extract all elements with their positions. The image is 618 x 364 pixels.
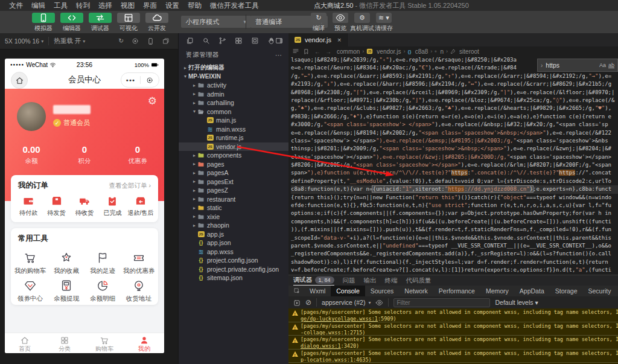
code-area[interactable]: lsaquo;|&#8249;|&#x2039;/g,"‹"),e=e.repl… (288, 56, 618, 275)
tool-我的优惠券[interactable]: 我的优惠券 (121, 251, 157, 275)
tree-item-admin[interactable]: ▸admin (179, 90, 289, 99)
menu-item-转到[interactable]: 转到 (72, 0, 94, 11)
device-zoom-select[interactable]: 5X 100% 16 ▾ (0, 37, 48, 45)
toolbar-button-编辑器[interactable]: 编辑器 (59, 13, 85, 33)
execution-context-select[interactable]: appservice (#2) ▾ (322, 299, 371, 306)
tree-item-pagesZ[interactable]: ▸pagesZ (179, 186, 289, 195)
tool-我的购物车[interactable]: 我的购物车 (12, 251, 48, 275)
toolbar-button-云开发[interactable]: 云开发 (144, 13, 170, 33)
devtools-tab-Storage[interactable]: Storage (550, 286, 583, 296)
tool-领券中心[interactable]: 领券中心 (12, 279, 48, 303)
tree-item-app.wxss[interactable]: ≋app.wxss (179, 247, 289, 257)
more-actions-icon[interactable]: ⋯ (275, 51, 282, 59)
debugger-tab-调试器[interactable]: 调试器1, 84 (293, 276, 334, 286)
order-status-待收货[interactable]: 待收货 (71, 195, 98, 217)
tree-item-zhaopin[interactable]: ▸zhaopin (179, 221, 289, 230)
refresh-icon[interactable]: ↻ (118, 37, 124, 45)
debugger-tab-输出[interactable]: 输出 (364, 276, 377, 285)
tree-item-project.private.config.json[interactable]: {}project.private.config.json (179, 265, 289, 274)
warning-source-link[interactable]: -collage.wxss:1 (301, 330, 347, 336)
tree-item-打开的编辑器[interactable]: ▸打开的编辑器 (179, 63, 289, 72)
tree-item-project.config.json[interactable]: {}project.config.json (179, 256, 289, 265)
tree-item-MP-WEIXIN[interactable]: ▾MP-WEIXIN (179, 72, 289, 81)
debugger-tab-问题[interactable]: 问题 (343, 276, 355, 285)
console-warning[interactable]: [pages/my/usercenter] Some selectors are… (288, 308, 618, 322)
tree-item-static[interactable]: ▸static (179, 203, 289, 212)
menu-item-微信开发者工具[interactable]: 微信开发者工具 (206, 0, 263, 11)
tree-item-common[interactable]: ▾common (179, 107, 289, 117)
tab-分类[interactable]: 分类 (45, 333, 84, 353)
hot-reload-toggle[interactable]: 热重载 开 ▾ (49, 37, 90, 45)
avatar[interactable] (17, 102, 46, 131)
menu-item-视图[interactable]: 视图 (116, 0, 139, 11)
tree-item-activity[interactable]: ▸activity (179, 81, 289, 90)
devtools-tab-AppData[interactable]: AppData (514, 286, 550, 296)
menu-item-界面[interactable]: 界面 (139, 0, 161, 11)
box-button[interactable] (251, 35, 259, 46)
devtools-tab-Memory[interactable]: Memory (480, 286, 514, 296)
tree-item-xixie[interactable]: ▸xixie (179, 212, 289, 222)
breadcrumb-siteroot[interactable]: siteroot (450, 48, 479, 55)
hand-button[interactable] (267, 35, 275, 46)
tree-item-pages[interactable]: ▸pages (179, 160, 289, 169)
breadcrumb-common[interactable]: common (335, 48, 360, 55)
tree-item-restaurant[interactable]: ▸restaurant (179, 195, 289, 204)
close-icon[interactable]: × (337, 36, 341, 43)
menu-item-编辑[interactable]: 编辑 (27, 0, 49, 11)
outline-icon[interactable] (292, 48, 299, 55)
find-input[interactable]: https (546, 62, 559, 69)
live-expression-icon[interactable] (293, 297, 301, 308)
tree-item-app.js[interactable]: JSapp.js (179, 230, 289, 239)
console-messages[interactable]: [pages/my/usercenter] Some selectors are… (288, 308, 618, 364)
warning-source-link[interactable]: dialog.wxss:1 (301, 343, 341, 349)
tree-item-pagesA[interactable]: ▸pagesA (179, 168, 289, 177)
menu-item-设置[interactable]: 设置 (161, 0, 183, 11)
tool-收货地址[interactable]: 收货地址 (121, 279, 157, 303)
view-all-orders-link[interactable]: 查看全部订单 › (109, 182, 151, 190)
devtools-tab-Console[interactable]: Console (331, 286, 365, 296)
tree-item-runtime.js[interactable]: JSruntime.js (179, 133, 289, 142)
branch-button[interactable] (218, 35, 226, 46)
log-levels-select[interactable]: Default levels ▾ (495, 299, 538, 306)
tree-item-main.js[interactable]: JSmain.js (179, 116, 289, 125)
match-case-icon[interactable]: Aa (599, 62, 606, 68)
breadcrumb-vendor.js[interactable]: JSvendor.js (366, 48, 401, 55)
tree-item-carhailing[interactable]: ▸carhailing (179, 98, 289, 107)
files-button[interactable] (186, 35, 194, 46)
devtools-tab-Sources[interactable]: Sources (365, 286, 400, 296)
gear-icon[interactable]: ⚙ (148, 96, 157, 106)
close-target-button[interactable] (141, 75, 159, 86)
console-warning[interactable]: [pages/my/usercenter] Some selectors are… (288, 322, 618, 336)
inspect-icon-button[interactable] (288, 287, 304, 295)
breadcrumb-n[interactable]: ▫n (435, 48, 444, 55)
tree-item-vendor.js[interactable]: JSvendor.js (179, 142, 289, 152)
menu-item-工具[interactable]: 工具 (49, 0, 72, 11)
forward-icon[interactable]: → (325, 48, 331, 55)
layout-grid-button[interactable] (235, 35, 243, 46)
tool-余额明细[interactable]: 余额明细 (84, 279, 121, 303)
menu-item-文件[interactable]: 文件 (5, 0, 27, 11)
back-icon[interactable]: ← (314, 48, 320, 55)
clear-console-icon[interactable]: ⊘ (305, 298, 311, 307)
toolbar-button-模拟器[interactable]: 模拟器 (30, 13, 57, 33)
tab-首页[interactable]: 首页 (5, 333, 45, 353)
toolbar-button-调试器[interactable]: 调试器 (87, 13, 113, 33)
order-status-已完成[interactable]: 已完成 (98, 195, 126, 217)
more-button[interactable]: ●●● (121, 78, 140, 82)
devtools-tab-Performance[interactable]: Performance (433, 286, 480, 296)
order-status-待发货[interactable]: 待发货 (42, 195, 70, 217)
order-status-待付款[interactable]: 待付款 (14, 195, 42, 217)
tree-item-components[interactable]: ▸components (179, 151, 289, 160)
record-icon[interactable] (132, 37, 139, 45)
expand-find-icon[interactable]: › (541, 62, 543, 69)
toolbar-action-清缓存[interactable]: ≋ ▾清缓存 (371, 13, 397, 33)
menu-item-选择[interactable]: 选择 (94, 0, 116, 11)
tool-余额提现[interactable]: 余额提现 (48, 279, 84, 303)
windows-icon[interactable] (162, 37, 170, 45)
search-button[interactable] (202, 35, 210, 46)
tree-item-app.json[interactable]: {}app.json (179, 238, 289, 247)
device-icon[interactable] (147, 37, 154, 45)
bookmark-icon[interactable] (303, 48, 310, 55)
breadcrumb-c8a8[interactable]: {}c8a8 (407, 48, 428, 55)
console-warning[interactable]: [pages/my/usercenter] Some selectors are… (288, 350, 618, 363)
